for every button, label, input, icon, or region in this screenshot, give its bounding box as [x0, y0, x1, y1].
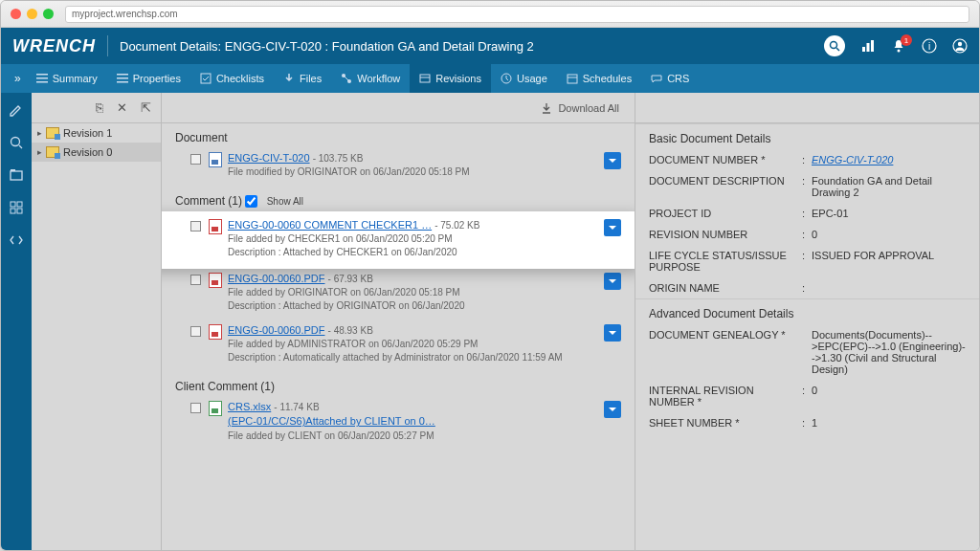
- revision-list: ⎘ ✕ ⇱ ▸Revision 1 ▸Revision 0: [32, 93, 162, 550]
- svg-rect-31: [11, 209, 15, 213]
- info-icon[interactable]: i: [922, 38, 937, 54]
- tab-properties[interactable]: Properties: [107, 64, 190, 93]
- show-all-checkbox[interactable]: [245, 195, 257, 208]
- excel-file-icon: [209, 401, 222, 416]
- revision-item[interactable]: ▸Revision 1: [32, 123, 161, 143]
- svg-rect-23: [568, 75, 577, 83]
- tab-revisions[interactable]: Revisions: [410, 64, 491, 93]
- svg-rect-14: [117, 77, 128, 79]
- svg-line-26: [19, 145, 22, 148]
- svg-text:i: i: [928, 41, 930, 52]
- file-menu-button[interactable]: [604, 273, 621, 290]
- revision-item[interactable]: ▸Revision 0: [32, 143, 161, 162]
- user-icon[interactable]: [952, 38, 968, 54]
- close-icon[interactable]: ✕: [117, 100, 127, 115]
- file-link[interactable]: ENGG-00-0060.PDF: [228, 324, 324, 336]
- page-title: Document Details: ENGG-CIV-T-020 : Found…: [120, 39, 534, 54]
- svg-rect-3: [867, 43, 870, 52]
- tabs-scroll-left[interactable]: »: [9, 72, 27, 85]
- search-icon[interactable]: [9, 135, 24, 150]
- svg-rect-2: [862, 47, 865, 52]
- grid-icon[interactable]: [9, 200, 24, 215]
- checkbox[interactable]: [190, 403, 201, 413]
- svg-rect-4: [871, 40, 874, 52]
- file-row: ENGG-00-0060.PDF - 67.93 KB File added b…: [162, 269, 635, 320]
- doc-number-link[interactable]: ENGG-CIV-T-020: [812, 154, 893, 165]
- app-header: WRENCH Document Details: ENGG-CIV-T-020 …: [1, 28, 979, 64]
- edit-icon[interactable]: [9, 102, 24, 118]
- chart-icon[interactable]: [860, 38, 876, 54]
- file-row-highlighted: ENGG-00-0060 COMMENT CHECKER1 … - 75.02 …: [162, 211, 635, 269]
- checkbox[interactable]: [190, 275, 201, 285]
- tab-checklists[interactable]: Checklists: [190, 64, 274, 93]
- svg-rect-16: [201, 74, 211, 83]
- section-comment: Comment (1) Show All: [162, 187, 635, 211]
- download-all-button[interactable]: Download All: [541, 102, 619, 114]
- app-logo: WRENCH: [12, 36, 96, 56]
- checkbox[interactable]: [190, 154, 201, 165]
- svg-rect-28: [11, 169, 15, 171]
- svg-point-9: [958, 42, 962, 46]
- file-row: CRS.xlsx - 11.74 KB (EPC-01/CC/S6)Attach…: [162, 397, 635, 450]
- file-menu-button[interactable]: [604, 324, 621, 342]
- svg-rect-32: [17, 209, 22, 213]
- basic-details-heading: Basic Document Details: [635, 123, 979, 149]
- file-link[interactable]: ENGG-CIV-T-020: [228, 152, 310, 164]
- file-row: ENGG-CIV-T-020 - 103.75 KB File modified…: [162, 148, 635, 187]
- svg-point-25: [11, 138, 20, 146]
- word-file-icon: [209, 152, 222, 167]
- svg-rect-12: [36, 81, 48, 83]
- svg-point-0: [831, 42, 837, 49]
- svg-rect-15: [117, 81, 128, 83]
- pdf-file-icon: [209, 219, 222, 234]
- window-controls[interactable]: [11, 9, 54, 19]
- bell-icon[interactable]: 1: [891, 38, 906, 54]
- url-bar[interactable]: myproject.wrenchsp.com: [65, 6, 969, 23]
- tab-summary[interactable]: Summary: [27, 64, 107, 93]
- svg-point-5: [898, 50, 901, 53]
- file-menu-button[interactable]: [604, 152, 621, 169]
- export-icon[interactable]: ⇱: [141, 100, 151, 115]
- copy-icon[interactable]: ⎘: [96, 100, 103, 115]
- close-window-icon[interactable]: [11, 9, 21, 19]
- svg-line-19: [345, 77, 348, 80]
- tab-crs[interactable]: CRS: [641, 64, 699, 93]
- left-rail: [1, 93, 32, 550]
- tab-workflow[interactable]: Workflow: [331, 64, 410, 93]
- file-link[interactable]: ENGG-00-0060 COMMENT CHECKER1 …: [228, 219, 432, 231]
- tab-schedules[interactable]: Schedules: [557, 64, 641, 93]
- svg-rect-30: [17, 202, 22, 207]
- svg-rect-10: [36, 74, 48, 76]
- search-button[interactable]: [824, 35, 845, 56]
- svg-rect-27: [11, 171, 22, 180]
- pdf-file-icon: [209, 324, 222, 340]
- browser-chrome: myproject.wrenchsp.com: [1, 1, 979, 28]
- checkbox[interactable]: [190, 221, 201, 231]
- file-menu-button[interactable]: [604, 401, 621, 418]
- tab-usage[interactable]: Usage: [491, 64, 557, 93]
- svg-rect-11: [36, 77, 48, 79]
- section-document: Document: [162, 123, 635, 148]
- tab-files[interactable]: Files: [274, 64, 331, 93]
- file-row: ENGG-00-0060.PDF - 48.93 KB File added b…: [162, 320, 635, 372]
- maximize-window-icon[interactable]: [43, 9, 54, 19]
- advanced-details-heading: Advanced Document Details: [635, 298, 979, 324]
- section-client-comment: Client Comment (1): [162, 372, 635, 397]
- details-panel: Basic Document Details DOCUMENT NUMBER *…: [635, 93, 979, 550]
- file-menu-button[interactable]: [604, 219, 621, 236]
- main-panel: Download All Document ENGG-CIV-T-020 - 1…: [162, 93, 635, 550]
- file-link[interactable]: ENGG-00-0060.PDF: [228, 273, 324, 284]
- svg-line-1: [836, 48, 839, 51]
- checkbox[interactable]: [190, 326, 201, 337]
- svg-rect-13: [117, 74, 128, 76]
- svg-rect-20: [420, 75, 430, 82]
- notification-badge: 1: [901, 34, 912, 46]
- pdf-file-icon: [209, 273, 222, 288]
- folder-icon[interactable]: [9, 167, 24, 183]
- svg-rect-29: [11, 202, 15, 207]
- file-link[interactable]: CRS.xlsx: [228, 401, 271, 412]
- code-icon[interactable]: [9, 232, 24, 248]
- minimize-window-icon[interactable]: [27, 9, 37, 19]
- tab-bar: » Summary Properties Checklists Files Wo…: [1, 64, 979, 93]
